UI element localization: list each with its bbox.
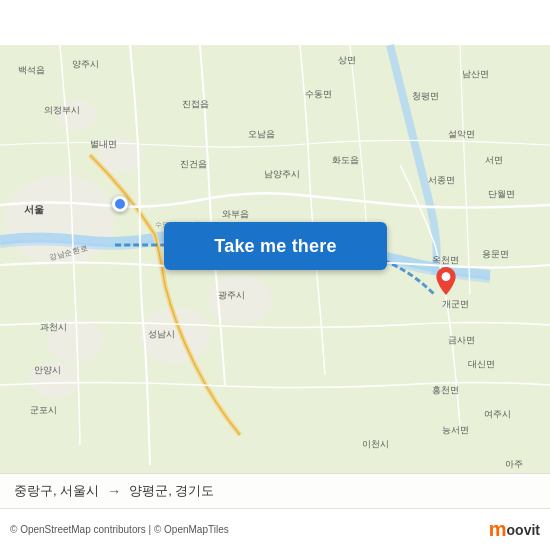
svg-text:서면: 서면 xyxy=(485,155,503,165)
svg-text:능서면: 능서면 xyxy=(442,425,469,435)
svg-point-44 xyxy=(442,272,451,281)
svg-text:안양시: 안양시 xyxy=(34,365,61,375)
svg-text:서울: 서울 xyxy=(24,204,44,215)
svg-text:별내면: 별내면 xyxy=(90,139,117,149)
svg-text:수동면: 수동면 xyxy=(305,89,332,99)
svg-text:서종면: 서종면 xyxy=(428,175,455,185)
moovit-logo: moovit xyxy=(489,518,540,541)
svg-text:남산면: 남산면 xyxy=(462,69,489,79)
destination-pin xyxy=(435,267,457,295)
svg-text:흥천면: 흥천면 xyxy=(432,385,459,395)
svg-text:화도읍: 화도읍 xyxy=(332,155,359,165)
route-info-bar: 중랑구, 서울시 → 양평군, 경기도 xyxy=(0,473,550,508)
footer-attribution: © OpenStreetMap contributors | © OpenMap… xyxy=(10,524,229,535)
svg-text:용문면: 용문면 xyxy=(482,249,509,259)
svg-text:아주: 아주 xyxy=(505,459,523,469)
route-arrow-icon: → xyxy=(107,483,121,499)
destination-location: 양평군, 경기도 xyxy=(129,482,214,500)
take-me-there-button[interactable]: Take me there xyxy=(164,222,387,270)
svg-text:광주시: 광주시 xyxy=(218,290,245,300)
svg-text:성남시: 성남시 xyxy=(148,329,175,339)
map-container: 백석읍 양주시 상면 남산면 의정부시 진접읍 수동면 청평면 별내면 오남읍 … xyxy=(0,0,550,550)
svg-text:청평면: 청평면 xyxy=(412,91,439,101)
svg-text:설악면: 설악면 xyxy=(448,129,475,139)
footer-bar: © OpenStreetMap contributors | © OpenMap… xyxy=(0,508,550,550)
moovit-text: oovit xyxy=(507,522,540,538)
svg-text:금사면: 금사면 xyxy=(448,335,475,345)
svg-text:대신면: 대신면 xyxy=(468,359,495,369)
svg-text:상면: 상면 xyxy=(338,55,356,65)
svg-text:군포시: 군포시 xyxy=(30,405,57,415)
moovit-m-letter: m xyxy=(489,518,507,541)
svg-text:와부읍: 와부읍 xyxy=(222,209,249,219)
svg-text:진접읍: 진접읍 xyxy=(182,99,209,109)
svg-text:오남읍: 오남읍 xyxy=(248,129,275,139)
origin-pin xyxy=(112,196,128,212)
svg-text:여주시: 여주시 xyxy=(484,409,511,419)
svg-text:백석읍: 백석읍 xyxy=(18,65,45,75)
svg-text:진건읍: 진건읍 xyxy=(180,159,207,169)
svg-text:의정부시: 의정부시 xyxy=(44,105,80,115)
svg-text:양주시: 양주시 xyxy=(72,59,99,69)
origin-location: 중랑구, 서울시 xyxy=(14,482,99,500)
svg-text:과천시: 과천시 xyxy=(40,322,67,332)
svg-text:이천시: 이천시 xyxy=(362,439,389,449)
svg-text:개군면: 개군면 xyxy=(442,299,469,309)
svg-text:단월면: 단월면 xyxy=(488,189,515,199)
svg-text:남양주시: 남양주시 xyxy=(264,169,300,179)
map-svg: 백석읍 양주시 상면 남산면 의정부시 진접읍 수동면 청평면 별내면 오남읍 … xyxy=(0,0,550,550)
svg-text:옥천면: 옥천면 xyxy=(432,255,459,265)
